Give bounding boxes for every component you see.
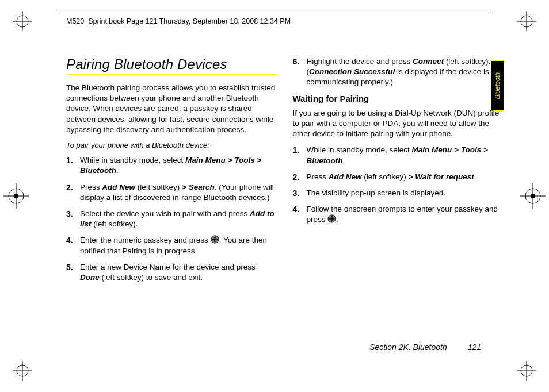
- softkey-label: Connect: [413, 57, 444, 66]
- page-number: 121: [468, 343, 481, 352]
- svg-point-21: [214, 239, 216, 241]
- step-text: Press: [307, 172, 329, 181]
- intro-paragraph: If you are going to be using a Dial-Up N…: [293, 108, 504, 140]
- right-column: 6.Highlight the device and press Connect…: [293, 56, 504, 358]
- step-text: The visibility pop-up screen is displaye…: [307, 189, 446, 197]
- step-text: .: [336, 215, 338, 224]
- step-text: (left softkey): [362, 172, 409, 181]
- menu-path: > Wait for request: [409, 172, 474, 181]
- step-text: Press: [80, 183, 102, 191]
- step-text: .: [343, 156, 345, 165]
- page-footer: Section 2K. Bluetooth 121: [369, 343, 481, 352]
- svg-point-23: [330, 218, 333, 221]
- step-text: (left softkey): [135, 183, 182, 191]
- step-text: Enter the numeric passkey and press: [80, 236, 211, 244]
- menu-path: > Search: [182, 183, 215, 191]
- softkey-label: Add New: [102, 183, 135, 191]
- step-number: 2.: [66, 182, 73, 193]
- softkey-label: Add New: [329, 172, 362, 181]
- crop-mark-icon: [13, 11, 32, 31]
- running-header: M520_Sprint.book Page 121 Thursday, Sept…: [66, 17, 291, 25]
- svg-point-19: [531, 194, 535, 198]
- waiting-steps: 1.While in standby mode, select Main Men…: [293, 145, 504, 225]
- list-item: 1.While in standby mode, select Main Men…: [304, 145, 504, 166]
- nav-key-icon: [327, 214, 336, 223]
- crop-mark-icon: [520, 183, 546, 209]
- instruction-lead: To pair your phone with a Bluetooth devi…: [66, 141, 277, 149]
- step-number: 1.: [66, 155, 73, 166]
- list-item: 4.Enter the numeric passkey and press . …: [78, 235, 277, 256]
- crop-mark-icon: [13, 361, 32, 381]
- step-text: (left softkey).: [92, 220, 138, 228]
- list-item: 3.Select the device you wish to pair wit…: [78, 209, 277, 229]
- step-number: 3.: [293, 188, 300, 199]
- step-text: .: [116, 166, 119, 175]
- list-item: 2.Press Add New (left softkey) > Wait fo…: [304, 172, 504, 182]
- title-underline: [66, 74, 277, 75]
- svg-point-15: [14, 194, 18, 198]
- step-text: While in standby mode, select: [307, 145, 412, 154]
- footer-section-label: Section 2K. Bluetooth: [369, 343, 447, 352]
- list-item: 5.Enter a new Device Name for the device…: [78, 262, 277, 283]
- step-text: Select the device you wish to pair with …: [80, 209, 250, 218]
- pairing-steps-continued: 6.Highlight the device and press Connect…: [293, 56, 504, 88]
- subsection-heading: Waiting for Pairing: [293, 94, 504, 103]
- pairing-steps: 1.While in standby mode, select Main Men…: [66, 155, 277, 283]
- list-item: 1.While in standby mode, select Main Men…: [78, 155, 277, 176]
- step-number: 5.: [66, 262, 73, 273]
- nav-key-icon: [211, 235, 219, 244]
- list-item: 4.Follow the onscreen prompts to enter y…: [304, 204, 504, 225]
- step-text: Highlight the device and press: [307, 57, 413, 66]
- intro-paragraph: The Bluetooth pairing process allows you…: [66, 83, 277, 135]
- left-column: Pairing Bluetooth Devices The Bluetooth …: [66, 56, 277, 358]
- step-number: 1.: [293, 145, 300, 156]
- status-label: Connection Successful: [309, 67, 395, 76]
- section-title: Pairing Bluetooth Devices: [66, 56, 277, 72]
- list-item: 2.Press Add New (left softkey) > Search.…: [78, 182, 277, 203]
- step-number: 2.: [293, 172, 300, 183]
- step-number: 4.: [66, 235, 73, 246]
- header-rule: [58, 13, 491, 13]
- step-number: 3.: [66, 209, 73, 220]
- crop-mark-icon: [517, 361, 536, 381]
- step-number: 4.: [293, 204, 300, 215]
- step-number: 6.: [293, 56, 300, 67]
- step-text: (left softkey) to save and exit.: [100, 273, 203, 282]
- step-text: .: [474, 172, 476, 181]
- step-text: While in standby mode, select: [80, 156, 185, 164]
- page-body: Pairing Bluetooth Devices The Bluetooth …: [66, 56, 503, 358]
- crop-mark-icon: [517, 11, 536, 31]
- softkey-label: Done: [80, 273, 100, 282]
- list-item: 6.Highlight the device and press Connect…: [304, 56, 504, 88]
- step-text: Enter a new Device Name for the device a…: [80, 263, 256, 271]
- list-item: 3.The visibility pop-up screen is displa…: [304, 188, 504, 198]
- crop-mark-icon: [3, 183, 29, 209]
